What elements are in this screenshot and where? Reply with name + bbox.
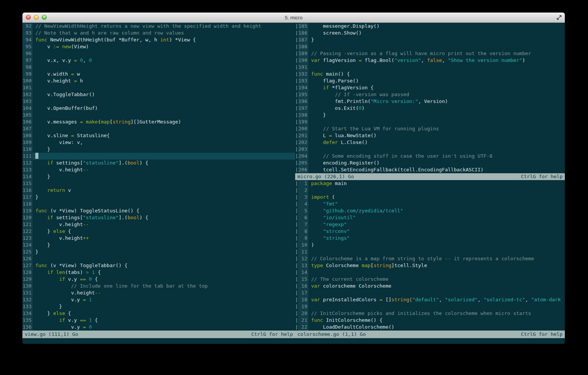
code-line[interactable]: |3import (	[295, 194, 565, 201]
code-line[interactable]: |11	[295, 248, 565, 255]
code-line[interactable]: |1package main	[295, 180, 565, 187]
code-line[interactable]: |204 // Some encoding stuff in case the …	[295, 153, 565, 160]
code-line[interactable]: |17	[295, 290, 565, 296]
code-line[interactable]: 119func (v *View) ToggleStatusLine() {	[22, 207, 295, 214]
code-line[interactable]: |12// Colorscheme is a map from string t…	[295, 255, 565, 262]
code-line[interactable]: 107	[22, 125, 295, 132]
code-line[interactable]: |14	[295, 269, 565, 276]
code-line[interactable]: 92// NewViewWidthHeight returns a new vi…	[22, 23, 295, 30]
code-line[interactable]: 112 if settings["statusline"].(bool) {	[22, 160, 295, 166]
code-line[interactable]: |5 "github.com/zyedidia/tcell"	[295, 207, 565, 214]
code-line[interactable]: 106 v.messages = make(map[string][]Gutte…	[22, 119, 295, 125]
code-line[interactable]: 131 v.height--	[22, 290, 295, 296]
code-line[interactable]: |4 "fmt"	[295, 201, 565, 207]
code-line[interactable]: |203	[295, 146, 565, 153]
code-line[interactable]: |8 "strconv"	[295, 228, 565, 235]
code-line[interactable]: |187}	[295, 36, 565, 43]
code-line[interactable]: |7 "regexp"	[295, 221, 565, 228]
code-line[interactable]: 98	[22, 64, 295, 71]
zoom-button[interactable]	[42, 15, 47, 20]
code-pane-view-go[interactable]: 92// NewViewWidthHeight returns a new vi…	[22, 23, 295, 331]
code-line[interactable]: 133 }	[22, 303, 295, 310]
code-line[interactable]: 121 v.height--	[22, 221, 295, 228]
code-line[interactable]: |193 flag.Parse()	[295, 78, 565, 84]
code-line[interactable]: 126	[22, 255, 295, 262]
code-line[interactable]: |9 "strings"	[295, 235, 565, 242]
code-text: type Colorscheme map[string]tcell.Style	[308, 262, 565, 269]
code-line[interactable]: |206 tcell.SetEncodingFallback(tcell.Enc…	[295, 166, 565, 173]
code-line[interactable]: |13type Colorscheme map[string]tcell.Sty…	[295, 262, 565, 269]
code-line[interactable]: 116 return v	[22, 187, 295, 194]
code-line[interactable]: 100 v.height = h	[22, 78, 295, 84]
code-line[interactable]: 134 } else {	[22, 310, 295, 317]
close-button[interactable]	[26, 15, 31, 20]
code-line[interactable]: |20// InitColorscheme picks and initiali…	[295, 310, 565, 317]
terminal-window: 5. micro 92// NewViewWidthHeight returns…	[22, 13, 565, 344]
code-line[interactable]: 127func (v *View) ToggleTabbar() {	[22, 262, 295, 269]
code-line[interactable]: 108 v.sline = Statusline{	[22, 132, 295, 139]
code-line[interactable]: |21func InitColorscheme() {	[295, 317, 565, 324]
code-line[interactable]: 124 }	[22, 242, 295, 248]
code-line[interactable]: 132 v.y = 1	[22, 296, 295, 303]
code-line[interactable]: |197 os.Exit(0)	[295, 105, 565, 112]
minimize-button[interactable]	[34, 15, 39, 20]
code-line[interactable]: |189// Passing -version as a flag will h…	[295, 50, 565, 57]
code-line[interactable]: |192func main() {	[295, 71, 565, 78]
code-line[interactable]: 135 if v.y == 1 {	[22, 317, 295, 324]
code-line[interactable]: 103	[22, 98, 295, 105]
code-line[interactable]: 102 v.ToggleTabbar()	[22, 91, 295, 98]
code-line[interactable]: |202 defer L.Close()	[295, 139, 565, 146]
code-line[interactable]: 118	[22, 201, 295, 207]
code-line[interactable]: 120 if settings["statusline"].(bool) {	[22, 214, 295, 221]
code-line[interactable]: |15// The current colorscheme	[295, 276, 565, 283]
code-line[interactable]: 104 v.OpenBuffer(buf)	[22, 105, 295, 112]
code-line[interactable]: |201 L = lua.NewState()	[295, 132, 565, 139]
code-line[interactable]: 93// Note that w and h are raw column an…	[22, 30, 295, 36]
code-line[interactable]: 117}	[22, 194, 295, 201]
code-line[interactable]: 122 } else {	[22, 228, 295, 235]
code-line[interactable]: |188	[295, 43, 565, 50]
code-line[interactable]: |186 screen.Show()	[295, 30, 565, 36]
code-pane-micro-go[interactable]: |185 messenger.Display()|186 screen.Show…	[295, 23, 565, 173]
code-pane-colorscheme-go[interactable]: |1package main|2|3import (|4 "fmt"|5 "gi…	[295, 180, 565, 331]
resize-icon[interactable]	[556, 14, 562, 21]
code-line[interactable]: 105	[22, 112, 295, 119]
code-line[interactable]: 94func NewViewWidthHeight(buf *Buffer, w…	[22, 36, 295, 43]
code-line[interactable]: |200 // Start the Lua VM for running plu…	[295, 125, 565, 132]
code-line[interactable]: |191	[295, 64, 565, 71]
code-line[interactable]: 129 if v.y == 0 {	[22, 276, 295, 283]
code-line[interactable]: |195 // If -version was passed	[295, 91, 565, 98]
code-line[interactable]: |16var colorscheme Colorscheme	[295, 283, 565, 290]
code-line[interactable]: |22 LoadDefaultColorscheme()	[295, 324, 565, 331]
code-line[interactable]: 128 if len(tabs) > 1 {	[22, 269, 295, 276]
code-line[interactable]: 123 v.height++	[22, 235, 295, 242]
code-line[interactable]: 95 v := new(View)	[22, 43, 295, 50]
code-line[interactable]: 96	[22, 50, 295, 57]
code-line[interactable]: |205 encoding.Register()	[295, 160, 565, 166]
code-line[interactable]: |10)	[295, 242, 565, 248]
code-line[interactable]: |18var preInstalledColors = []string{"de…	[295, 296, 565, 303]
code-line[interactable]: 113 v.height--	[22, 166, 295, 173]
code-line[interactable]: 111	[22, 153, 295, 160]
code-line[interactable]: |2	[295, 187, 565, 194]
code-line[interactable]: 125}	[22, 248, 295, 255]
code-line[interactable]: |190var flagVersion = flag.Bool("version…	[295, 57, 565, 64]
code-line[interactable]: 110 }	[22, 146, 295, 153]
code-line[interactable]: 99 v.width = w	[22, 71, 295, 78]
code-line[interactable]: 109 view: v,	[22, 139, 295, 146]
code-line[interactable]: |199	[295, 119, 565, 125]
code-line[interactable]: |185 messenger.Display()	[295, 23, 565, 30]
code-line[interactable]: |198 }	[295, 112, 565, 119]
split-divider: |	[295, 248, 298, 255]
code-line[interactable]: 136 v.y = 0	[22, 324, 295, 331]
code-line[interactable]: |19	[295, 303, 565, 310]
title-bar[interactable]: 5. micro	[22, 13, 565, 23]
code-line[interactable]: 130 // Include one line for the tab bar …	[22, 283, 295, 290]
code-line[interactable]: 115	[22, 180, 295, 187]
code-line[interactable]: 114 }	[22, 173, 295, 180]
code-line[interactable]: |6 "io/ioutil"	[295, 214, 565, 221]
code-line[interactable]: |196 fmt.Println("Micro version:", Versi…	[295, 98, 565, 105]
code-line[interactable]: |194 if *flagVersion {	[295, 84, 565, 91]
code-line[interactable]: 101	[22, 84, 295, 91]
code-line[interactable]: 97 v.x, v.y = 0, 0	[22, 57, 295, 64]
